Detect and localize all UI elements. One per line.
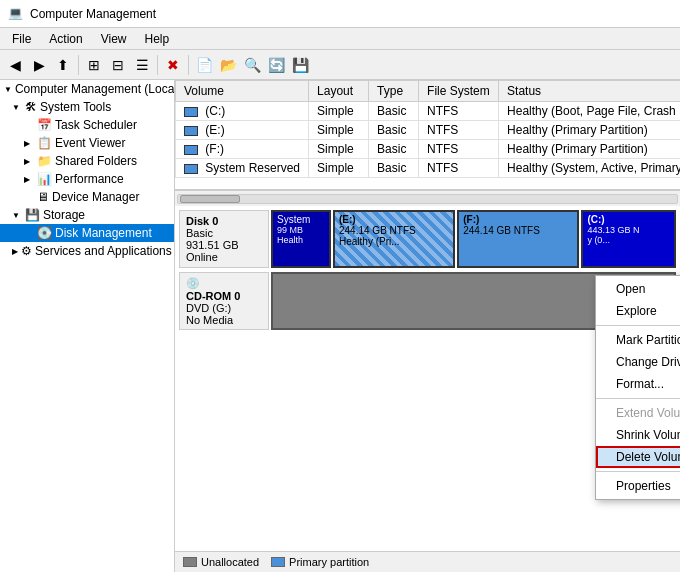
- context-menu-item[interactable]: Open: [596, 278, 680, 300]
- sidebar-item-disk-management[interactable]: 💽 Disk Management: [0, 224, 174, 242]
- disk-0-status: Online: [186, 251, 262, 263]
- toolbar-back[interactable]: ◀: [4, 54, 26, 76]
- toolbar-columns[interactable]: ☰: [131, 54, 153, 76]
- col-layout[interactable]: Layout: [309, 81, 369, 102]
- sidebar-item-performance[interactable]: ▶ 📊 Performance: [0, 170, 174, 188]
- vol-name: System Reserved: [176, 159, 309, 178]
- vol-fs: NTFS: [419, 102, 499, 121]
- partition-f[interactable]: (F:) 244.14 GB NTFS: [457, 210, 579, 268]
- context-menu-item[interactable]: Explore: [596, 300, 680, 322]
- part-system-size: 99 MB: [277, 225, 325, 235]
- performance-icon: 📊: [37, 172, 52, 186]
- menu-action[interactable]: Action: [41, 30, 90, 48]
- partition-e[interactable]: (E:) 244.14 GB NTFS Healthy (Pri...: [333, 210, 455, 268]
- menu-view[interactable]: View: [93, 30, 135, 48]
- disk-management-label: Disk Management: [55, 226, 152, 240]
- part-f-label: (F:): [463, 214, 573, 225]
- context-menu-item[interactable]: Shrink Volume...: [596, 424, 680, 446]
- toolbar-forward[interactable]: ▶: [28, 54, 50, 76]
- scroll-thumb[interactable]: [180, 195, 240, 203]
- part-c-health: y (0...: [587, 235, 670, 245]
- toolbar-refresh[interactable]: 🔄: [265, 54, 287, 76]
- disk-management-icon: 💽: [37, 226, 52, 240]
- sidebar-item-system-tools[interactable]: ▼ 🛠 System Tools: [0, 98, 174, 116]
- table-row[interactable]: (F:) Simple Basic NTFS Healthy (Primary …: [176, 140, 681, 159]
- vol-layout: Simple: [309, 140, 369, 159]
- menu-file[interactable]: File: [4, 30, 39, 48]
- toolbar: ◀ ▶ ⬆ ⊞ ⊟ ☰ ✖ 📄 📂 🔍 🔄 💾: [0, 50, 680, 80]
- task-scheduler-label: Task Scheduler: [55, 118, 137, 132]
- col-type[interactable]: Type: [369, 81, 419, 102]
- disk-0-partitions: System 99 MB Health (E:) 244.14 GB NTFS …: [271, 210, 676, 268]
- sidebar-item-services[interactable]: ▶ ⚙ Services and Applications: [0, 242, 174, 260]
- scroll-track[interactable]: [177, 194, 678, 204]
- legend-primary: Primary partition: [271, 556, 369, 568]
- context-menu-item[interactable]: Mark Partition as Active: [596, 329, 680, 351]
- col-fs[interactable]: File System: [419, 81, 499, 102]
- task-scheduler-icon: 📅: [37, 118, 52, 132]
- disk-0-row: Disk 0 Basic 931.51 GB Online System 99 …: [179, 210, 676, 268]
- table-row[interactable]: System Reserved Simple Basic NTFS Health…: [176, 159, 681, 178]
- toolbar-open[interactable]: 📂: [217, 54, 239, 76]
- performance-label: Performance: [55, 172, 124, 186]
- table-row[interactable]: (C:) Simple Basic NTFS Healthy (Boot, Pa…: [176, 102, 681, 121]
- part-system-health: Health: [277, 235, 325, 245]
- toolbar-show-hide[interactable]: ⊞: [83, 54, 105, 76]
- context-menu-item[interactable]: Properties: [596, 475, 680, 497]
- storage-icon: 💾: [25, 208, 40, 222]
- cdrom-icon: 💿: [186, 277, 262, 290]
- device-manager-label: Device Manager: [52, 190, 139, 204]
- legend-primary-label: Primary partition: [289, 556, 369, 568]
- toolbar-sep1: [78, 55, 79, 75]
- vol-name: (F:): [176, 140, 309, 159]
- vol-fs: NTFS: [419, 159, 499, 178]
- toolbar-up[interactable]: ⬆: [52, 54, 74, 76]
- sidebar-item-task-scheduler[interactable]: 📅 Task Scheduler: [0, 116, 174, 134]
- part-f-size: 244.14 GB NTFS: [463, 225, 573, 236]
- partition-c[interactable]: (C:) 443.13 GB N y (0...: [581, 210, 676, 268]
- table-row[interactable]: (E:) Simple Basic NTFS Healthy (Primary …: [176, 121, 681, 140]
- part-c-label: (C:): [587, 214, 670, 225]
- sidebar-item-storage[interactable]: ▼ 💾 Storage: [0, 206, 174, 224]
- vol-layout: Simple: [309, 102, 369, 121]
- part-c-size: 443.13 GB N: [587, 225, 670, 235]
- sidebar-item-device-manager[interactable]: 🖥 Device Manager: [0, 188, 174, 206]
- context-menu-delete[interactable]: Delete Volume...: [596, 446, 680, 468]
- disk-0-type: Basic: [186, 227, 262, 239]
- volume-table: Volume Layout Type File System Status (C…: [175, 80, 680, 178]
- cdrom-type: DVD (G:): [186, 302, 262, 314]
- toolbar-props[interactable]: 🔍: [241, 54, 263, 76]
- part-e-health: Healthy (Pri...: [339, 236, 449, 247]
- storage-label: Storage: [43, 208, 85, 222]
- vol-status: Healthy (Boot, Page File, Crash Dump, Pr…: [499, 102, 680, 121]
- col-volume[interactable]: Volume: [176, 81, 309, 102]
- app-icon: 💻: [8, 6, 24, 22]
- vol-fs: NTFS: [419, 140, 499, 159]
- vol-type: Basic: [369, 140, 419, 159]
- device-manager-icon: 🖥: [37, 190, 49, 204]
- services-icon: ⚙: [21, 244, 32, 258]
- context-menu-separator: [596, 398, 680, 399]
- content-area: Volume Layout Type File System Status (C…: [175, 80, 680, 572]
- toolbar-panel[interactable]: ⊟: [107, 54, 129, 76]
- cdrom-status: No Media: [186, 314, 262, 326]
- context-menu-item[interactable]: Format...: [596, 373, 680, 395]
- partition-system[interactable]: System 99 MB Health: [271, 210, 331, 268]
- sidebar-item-event-viewer[interactable]: ▶ 📋 Event Viewer: [0, 134, 174, 152]
- context-menu-separator: [596, 471, 680, 472]
- toolbar-new[interactable]: 📄: [193, 54, 215, 76]
- horizontal-scrollbar[interactable]: [175, 190, 680, 206]
- toolbar-export[interactable]: 💾: [289, 54, 311, 76]
- legend-bar: Unallocated Primary partition: [175, 551, 680, 572]
- context-menu-item[interactable]: Change Drive Letter and Paths...: [596, 351, 680, 373]
- legend-unallocated: Unallocated: [183, 556, 259, 568]
- menu-help[interactable]: Help: [137, 30, 178, 48]
- sidebar-item-shared-folders[interactable]: ▶ 📁 Shared Folders: [0, 152, 174, 170]
- disk-0-label: Disk 0 Basic 931.51 GB Online: [179, 210, 269, 268]
- context-menu-separator: [596, 325, 680, 326]
- toolbar-delete[interactable]: ✖: [162, 54, 184, 76]
- part-e-label: (E:): [339, 214, 449, 225]
- vol-layout: Simple: [309, 121, 369, 140]
- col-status[interactable]: Status: [499, 81, 680, 102]
- services-label: Services and Applications: [35, 244, 172, 258]
